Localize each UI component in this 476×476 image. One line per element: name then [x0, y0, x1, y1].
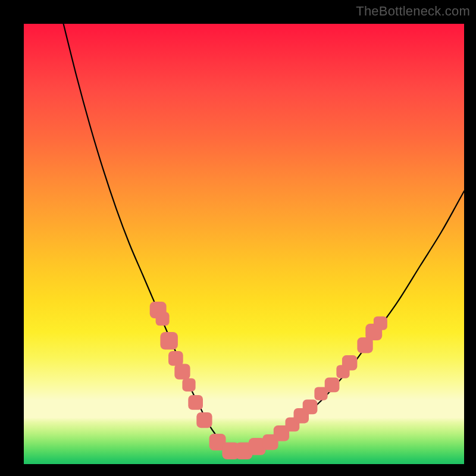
- bottleneck-curve: [64, 24, 464, 452]
- watermark-text: TheBottleneck.com: [356, 4, 470, 19]
- chart-frame: TheBottleneck.com: [0, 0, 476, 476]
- marker-point: [174, 364, 190, 380]
- markers-group: [150, 302, 387, 459]
- plot-area: [24, 24, 464, 464]
- marker-point: [156, 312, 170, 325]
- marker-point: [182, 378, 195, 392]
- marker-point: [160, 332, 178, 350]
- marker-point: [196, 412, 212, 428]
- marker-point: [188, 395, 203, 410]
- marker-point: [168, 351, 183, 366]
- marker-point: [374, 317, 387, 330]
- marker-point: [325, 378, 340, 393]
- marker-point: [303, 400, 318, 415]
- curve-svg: [24, 24, 464, 464]
- marker-point: [342, 355, 358, 371]
